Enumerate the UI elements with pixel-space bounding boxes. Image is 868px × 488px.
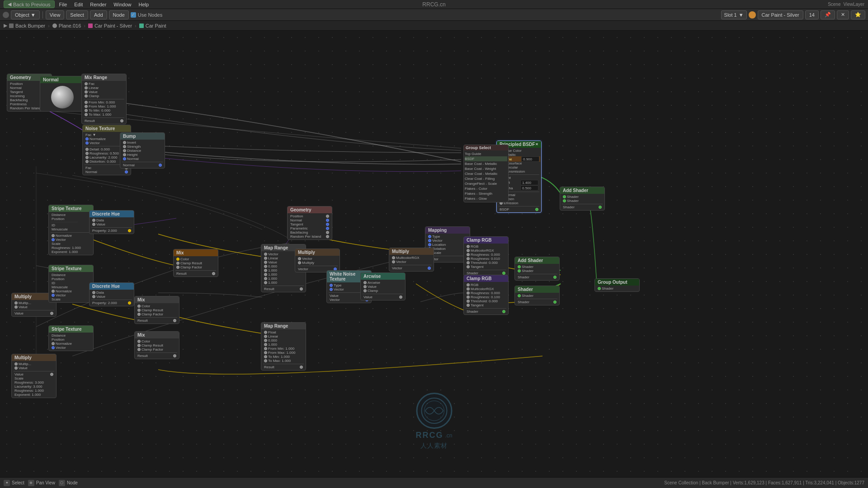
geometry-center-body: Position Normal Tangent Parametric Backf…: [288, 213, 332, 239]
mix-bottom-body: Color Clamp Result Clamp Factor Result: [135, 338, 179, 359]
multiply-center-body: Vector Multiply Vector: [295, 256, 340, 272]
shader-mid-body: Shader Shader: [515, 293, 559, 305]
header-toolbar: Object ▼ View Select Add Node ✓ Use Node…: [0, 9, 868, 21]
separator1: [42, 11, 43, 19]
group-selector-header: Group Select: [464, 145, 508, 150]
stats-text: Scene Collection | Back Bumper | Verts:1…: [664, 480, 864, 485]
use-nodes-toggle[interactable]: ✓ Use Nodes: [131, 12, 162, 18]
select-icon: ✦: [4, 480, 10, 486]
slot-selector[interactable]: Slot 1 ▼: [721, 10, 747, 19]
edit-menu[interactable]: Edit: [71, 1, 85, 8]
breadcrumb-sep1: ›: [48, 23, 50, 28]
pin-button[interactable]: 📌: [821, 10, 835, 19]
arcwise-header: Arcwise: [361, 273, 405, 280]
add-shader-top-header: Add Shader: [515, 257, 559, 264]
add-menu[interactable]: Add: [90, 10, 107, 19]
discrete-hue-node2[interactable]: Discrete Hue Data Value Property: 2.000: [89, 282, 134, 306]
render-menu[interactable]: Render: [87, 1, 109, 8]
discrete-hue1-body: Data Value Property: 2.000: [90, 217, 134, 234]
group-output-header: Group Output: [595, 279, 639, 286]
mode-dropdown-icon: ▼: [31, 12, 36, 18]
help-menu[interactable]: Help: [136, 1, 151, 8]
pan-icon: ⊕: [28, 480, 34, 486]
mix-range-top-header: Mix Range: [82, 74, 126, 81]
multiply-right[interactable]: Multiply MulticolorRGX Vector Vector: [389, 248, 434, 272]
node-editor-canvas[interactable]: Geometry Position Normal Tangent Incomin…: [0, 31, 868, 477]
mix-orange-node[interactable]: Mix Color Clamp Result Clamp Factor Resu…: [173, 249, 218, 277]
view-layer-label: ViewLayer: [843, 2, 864, 7]
node-label: Node: [67, 480, 78, 485]
mix-bottom-header: Mix: [135, 332, 179, 338]
slot-label: Slot 1: [724, 12, 737, 18]
mix-left-header: Mix: [135, 296, 179, 303]
stripe-texture-node3[interactable]: Stripe Texture Distance Position Normali…: [48, 325, 94, 351]
clamp-rgb-bottom[interactable]: Clamp RGB RGB MulticolorRGX Roughness: 0…: [463, 275, 509, 315]
clamp-rgb-bottom-body: RGB MulticolorRGX Roughness: 0.000 Rough…: [464, 282, 508, 314]
preview-node-body: [40, 83, 85, 111]
file-menu[interactable]: File: [57, 1, 70, 8]
stripe-texture3-header: Stripe Texture: [49, 326, 93, 333]
mix-node-left[interactable]: Mix Color Clamp Result Clamp Factor Resu…: [134, 296, 179, 324]
select-menu[interactable]: Select: [66, 10, 88, 19]
mix-orange-body: Color Clamp Result Clamp Factor Result: [174, 256, 218, 277]
clamp-rgb-top-body: RGB MulticolorRGX Roughness: 0.000 Rough…: [464, 244, 508, 276]
clamp-rgb-bottom-header: Clamp RGB: [464, 275, 508, 282]
discrete-hue-node1[interactable]: Discrete Hue Data Value Property: 2.000: [89, 210, 134, 234]
breadcrumb-material-item[interactable]: Car Paint - Silver: [94, 23, 132, 28]
close-button[interactable]: ✕: [837, 10, 849, 19]
stripe-texture2-body: Distance Position ID Minuscule Normalize…: [49, 272, 93, 302]
geometry-node-center[interactable]: Geometry Position Normal Tangent Paramet…: [287, 206, 332, 240]
multiply2-body: Multip... Value Value Scale Roughness: 3…: [12, 361, 56, 398]
breadcrumb: ▶ Back Bumper › Plane.016 › Car Paint - …: [0, 21, 868, 31]
select-label: Select: [12, 480, 24, 485]
shader-mid-header: Shader: [515, 286, 559, 293]
mix-range-top-body: Fac Linear Value Clamp From Min: 0.000: [82, 81, 126, 124]
view-menu[interactable]: View: [46, 10, 65, 19]
back-to-previous-button[interactable]: ◀ Back to Previous: [4, 0, 55, 8]
node-menu[interactable]: Node: [109, 10, 129, 19]
breadcrumb-sep3: ›: [135, 23, 137, 28]
stripe-texture-node2[interactable]: Stripe Texture Distance Position ID Minu…: [48, 265, 94, 303]
bump-node-body: Invert Strength Distance Height Normal N…: [120, 140, 165, 168]
mix-node-bottom[interactable]: Mix Color Clamp Result Clamp Factor Resu…: [134, 331, 179, 359]
breadcrumb-scene-item[interactable]: Back Bumper: [15, 23, 45, 28]
multiply-right-body: MulticolorRGX Vector Vector: [389, 255, 434, 271]
breadcrumb-group-icon: [139, 23, 144, 28]
map-range-bottom-header: Map Range: [261, 323, 306, 329]
multiply-center[interactable]: Multiply Vector Multiply Vector: [295, 249, 340, 272]
group-selector-panel[interactable]: Group Select Top Guide BSDF Base Coat - …: [463, 145, 509, 202]
bump-node[interactable]: Bump Invert Strength Distance Height Nor…: [120, 132, 165, 169]
add-shader-top[interactable]: Add Shader Shader Shader Shader: [514, 257, 560, 281]
mix-orange-header: Mix: [174, 249, 218, 256]
group-output-node[interactable]: Group Output Shader: [594, 278, 640, 292]
material-preview-node[interactable]: Normal: [40, 76, 85, 112]
breadcrumb-mesh-item[interactable]: Plane.016: [59, 23, 81, 28]
window-menu[interactable]: Window: [111, 1, 134, 8]
stripe-texture-node1[interactable]: Stripe Texture Distance Position ID Minu…: [48, 205, 94, 255]
clamp-rgb-top-header: Clamp RGB: [464, 237, 508, 244]
star-button[interactable]: ⭐: [851, 10, 865, 19]
material-selector[interactable]: Car Paint - Silver: [758, 10, 803, 19]
breadcrumb-expand-icon[interactable]: ▶: [4, 23, 7, 28]
multiply-node2[interactable]: Multiply Multip... Value Value Scale Rou…: [11, 354, 57, 398]
watermark: RRCG .cn 人人素材: [415, 393, 452, 450]
breadcrumb-group-item[interactable]: Car Paint: [146, 23, 166, 28]
clamp-rgb-top[interactable]: Clamp RGB RGB MulticolorRGX Roughness: 0…: [463, 236, 509, 277]
use-nodes-label: Use Nodes: [138, 12, 162, 18]
add-shader-bottom[interactable]: Add Shader Shader Shader Shader: [560, 187, 605, 211]
breadcrumb-scene-icon: [9, 23, 14, 28]
mode-selector[interactable]: Object ▼: [11, 10, 40, 19]
select-mode[interactable]: ✦ Select: [4, 480, 24, 486]
node-mode[interactable]: ⬡ Node: [59, 480, 78, 486]
arcwise-node[interactable]: Arcwise Arcwise Value Clamp Value: [360, 272, 406, 300]
map-range-bottom[interactable]: Map Range Float Linear 0.000 1.000 From …: [261, 322, 306, 371]
mode-icon: [3, 12, 9, 18]
breadcrumb-sep2: ›: [84, 23, 85, 28]
add-shader-bottom-body: Shader Shader Shader: [560, 194, 604, 210]
pan-view-mode[interactable]: ⊕ Pan View: [28, 480, 55, 486]
material-count[interactable]: 14: [805, 10, 819, 19]
shader-node-mid[interactable]: Shader Shader Shader: [514, 286, 560, 305]
app-title: RRCG.cn: [422, 1, 445, 8]
mapping-header: Mapping: [425, 227, 470, 234]
mix-range-node-top[interactable]: Mix Range Fac Linear Value Clamp Fr: [81, 74, 127, 124]
